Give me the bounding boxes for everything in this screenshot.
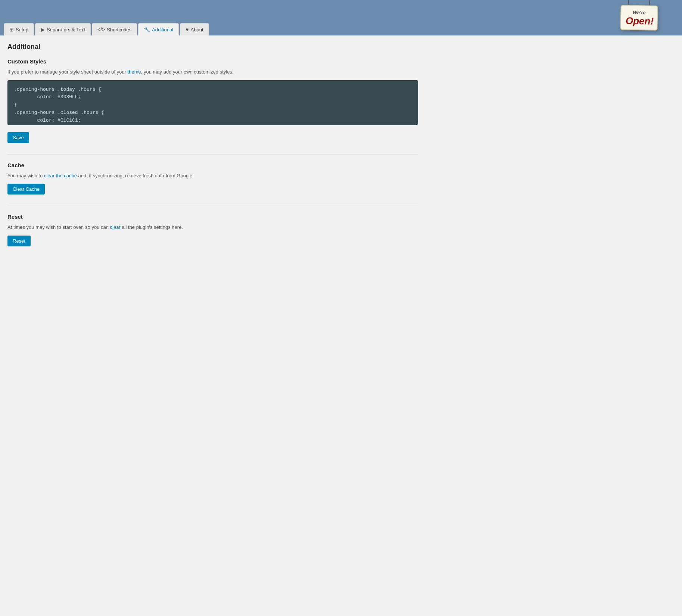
tab-setup[interactable]: ⊞ Setup xyxy=(4,23,34,35)
clear-cache-button[interactable]: Clear Cache xyxy=(7,184,45,195)
cache-description: You may wish to clear the cache and, if … xyxy=(7,172,418,180)
content-wrapper: Additional Custom Styles If you prefer t… xyxy=(0,35,682,409)
sign-board: We're Open! xyxy=(620,5,658,31)
sign-were-text: We're xyxy=(626,9,653,15)
reset-button[interactable]: Reset xyxy=(7,236,31,246)
wrench-icon: 🔧 xyxy=(144,27,150,32)
tab-separators-text[interactable]: ▶ Separators & Text xyxy=(35,23,91,35)
page-title: Additional xyxy=(7,43,418,51)
tab-shortcodes[interactable]: </> Shortcodes xyxy=(92,23,137,35)
sign-open-text: Open! xyxy=(626,16,653,26)
custom-styles-section: Custom Styles If you prefer to manage yo… xyxy=(7,58,418,143)
code-icon: </> xyxy=(97,27,105,32)
arrow-right-icon: ▶ xyxy=(41,27,45,32)
tab-shortcodes-label: Shortcodes xyxy=(107,27,131,32)
tab-additional-label: Additional xyxy=(152,27,173,32)
custom-styles-description: If you prefer to manage your style sheet… xyxy=(7,68,418,76)
reset-section: Reset At times you may wish to start ove… xyxy=(7,214,418,246)
grid-icon: ⊞ xyxy=(9,27,14,32)
we-are-open-sign: We're Open! xyxy=(619,0,660,43)
header-banner: We're Open! ⊞ Setup ▶ Separators & Text … xyxy=(0,0,682,35)
main-content: Additional Custom Styles If you prefer t… xyxy=(0,35,426,265)
clear-cache-link[interactable]: clear the cache xyxy=(44,173,77,178)
save-button[interactable]: Save xyxy=(7,132,29,143)
heart-icon: ♥ xyxy=(186,27,189,32)
tabs-bar: ⊞ Setup ▶ Separators & Text </> Shortcod… xyxy=(0,23,213,35)
tab-about[interactable]: ♥ About xyxy=(180,23,209,35)
tab-separators-text-label: Separators & Text xyxy=(47,27,85,32)
divider-2 xyxy=(7,206,418,206)
divider-1 xyxy=(7,154,418,155)
custom-styles-title: Custom Styles xyxy=(7,58,418,65)
theme-link[interactable]: theme xyxy=(128,69,141,75)
reset-title: Reset xyxy=(7,214,418,220)
reset-description: At times you may wish to start over, so … xyxy=(7,224,418,231)
tab-about-label: About xyxy=(191,27,203,32)
tab-setup-label: Setup xyxy=(16,27,28,32)
tab-additional[interactable]: 🔧 Additional xyxy=(138,23,179,35)
clear-settings-link[interactable]: clear xyxy=(110,224,121,230)
cache-section: Cache You may wish to clear the cache an… xyxy=(7,162,418,195)
custom-styles-editor[interactable]: .opening-hours .today .hours { color: #3… xyxy=(7,80,418,125)
cache-title: Cache xyxy=(7,162,418,168)
